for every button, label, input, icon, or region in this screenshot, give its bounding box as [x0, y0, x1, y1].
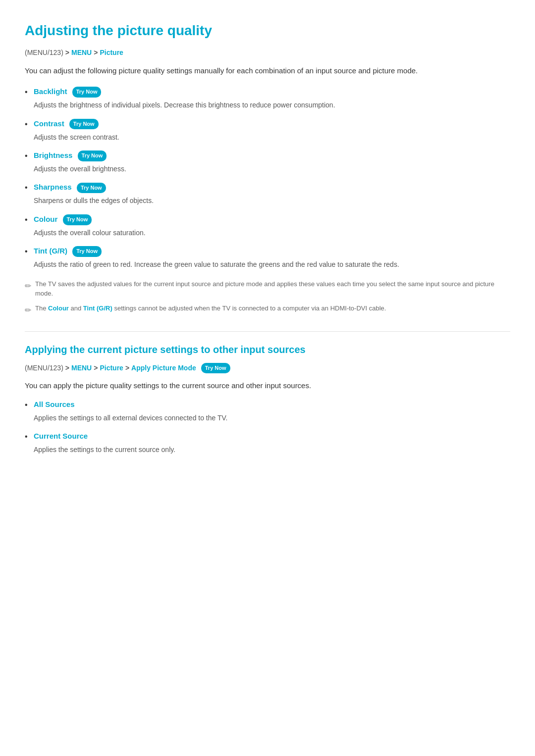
try-now-brightness[interactable]: Try Now: [78, 151, 107, 161]
feature-name-contrast: Contrast: [34, 119, 64, 128]
breadcrumb-sep1: >: [65, 47, 69, 58]
feature-desc-backlight: Adjusts the brightness of individual pix…: [34, 100, 510, 110]
all-sources-desc: Applies the settings to all external dev…: [34, 412, 510, 423]
feature-desc-colour: Adjusts the overall colour saturation.: [34, 227, 510, 238]
note-2: ✏ The Colour and Tint (G/R) settings can…: [25, 303, 510, 317]
note-text-1: The TV saves the adjusted values for the…: [35, 279, 510, 299]
notes-section: ✏ The TV saves the adjusted values for t…: [25, 279, 510, 317]
list-item: Sharpness Try Now Sharpens or dulls the …: [25, 181, 510, 206]
feature-desc-sharpness: Sharpens or dulls the edges of objects.: [34, 195, 510, 206]
intro-text: You can adjust the following picture qua…: [25, 65, 510, 77]
feature-list: Backlight Try Now Adjusts the brightness…: [25, 86, 510, 270]
section2-title: Applying the current picture settings to…: [25, 342, 510, 357]
try-now-apply-picture-mode[interactable]: Try Now: [201, 363, 230, 374]
pencil-icon-1: ✏: [25, 280, 31, 293]
breadcrumb-2: (MENU/123) > MENU > Picture > Apply Pict…: [25, 362, 510, 373]
list-item: Colour Try Now Adjusts the overall colou…: [25, 213, 510, 238]
list-item: Brightness Try Now Adjusts the overall b…: [25, 150, 510, 174]
breadcrumb-menu[interactable]: MENU: [71, 47, 92, 58]
note-highlight-colour: Colour: [48, 304, 69, 312]
breadcrumb2-sep3: >: [125, 362, 129, 373]
feature-name-colour: Colour: [34, 215, 57, 223]
try-now-backlight[interactable]: Try Now: [72, 87, 102, 98]
try-now-colour[interactable]: Try Now: [63, 214, 92, 225]
try-now-sharpness[interactable]: Try Now: [77, 183, 106, 194]
feature-desc-brightness: Adjusts the overall brightness.: [34, 163, 510, 174]
breadcrumb2-sep2: >: [94, 362, 98, 373]
breadcrumb-picture[interactable]: Picture: [100, 47, 123, 58]
breadcrumb-part1: (MENU/123): [25, 47, 63, 58]
breadcrumb2-sep1: >: [65, 362, 69, 373]
feature-desc-tint: Adjusts the ratio of green to red. Incre…: [34, 259, 510, 270]
all-sources-label: All Sources: [34, 400, 75, 408]
feature-name-brightness: Brightness: [34, 151, 72, 159]
feature-name-backlight: Backlight: [34, 87, 67, 96]
section2-intro: You can apply the picture quality settin…: [25, 380, 510, 392]
feature-name-sharpness: Sharpness: [34, 183, 72, 191]
list-item: Current Source Applies the settings to t…: [25, 430, 510, 455]
breadcrumb-1: (MENU/123) > MENU > Picture: [25, 47, 510, 58]
note-highlight-tint: Tint (G/R): [83, 304, 112, 312]
breadcrumb2-apply-picture-mode[interactable]: Apply Picture Mode: [131, 362, 196, 373]
feature-name-tint: Tint (G/R): [34, 247, 67, 255]
breadcrumb2-menu[interactable]: MENU: [71, 362, 92, 373]
note-1: ✏ The TV saves the adjusted values for t…: [25, 279, 510, 299]
breadcrumb2-part1: (MENU/123): [25, 362, 63, 373]
list-item: Tint (G/R) Try Now Adjusts the ratio of …: [25, 245, 510, 270]
breadcrumb-sep2: >: [94, 47, 98, 58]
breadcrumb2-picture[interactable]: Picture: [100, 362, 123, 373]
list-item: All Sources Applies the settings to all …: [25, 399, 510, 423]
try-now-tint[interactable]: Try Now: [72, 246, 102, 257]
page-title: Adjusting the picture quality: [25, 20, 510, 42]
try-now-contrast[interactable]: Try Now: [69, 119, 99, 130]
feature-desc-contrast: Adjusts the screen contrast.: [34, 132, 510, 143]
list-item: Contrast Try Now Adjusts the screen cont…: [25, 118, 510, 143]
section2-list: All Sources Applies the settings to all …: [25, 399, 510, 455]
note-text-2: The Colour and Tint (G/R) settings canno…: [35, 303, 386, 313]
pencil-icon-2: ✏: [25, 304, 31, 317]
list-item: Backlight Try Now Adjusts the brightness…: [25, 86, 510, 110]
section-divider: [25, 331, 510, 332]
current-source-desc: Applies the settings to the current sour…: [34, 444, 510, 455]
current-source-label: Current Source: [34, 432, 88, 440]
